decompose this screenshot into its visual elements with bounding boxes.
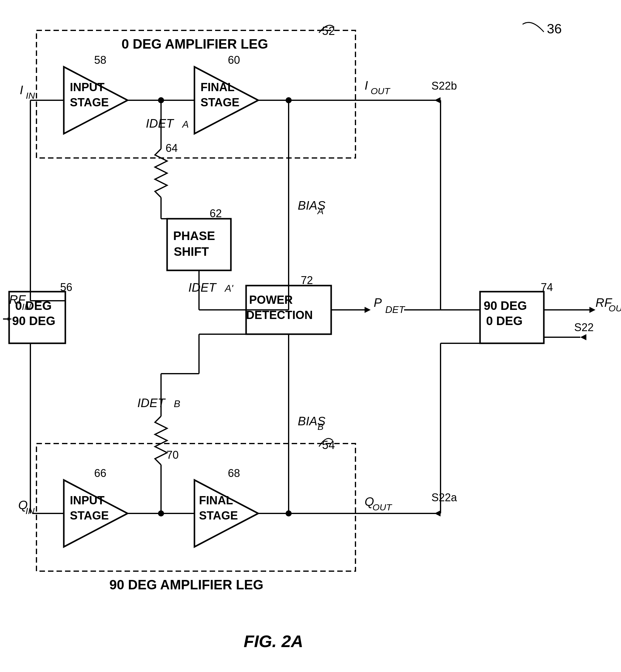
ref-58: 58 [94, 54, 106, 66]
ref-36: 36 [547, 21, 562, 36]
idet-b-label: IDET [137, 396, 166, 410]
splitter-label2: 90 DEG [12, 314, 55, 328]
circuit-svg: 0 DEG AMPLIFIER LEG 52 90 DEG AMPLIFIER … [0, 0, 621, 672]
s22-label: S22 [574, 321, 594, 334]
input-stage-bot-label1: INPUT [70, 494, 105, 507]
idet-a-prime-label: IDET [189, 281, 217, 294]
ref-56: 56 [60, 281, 72, 293]
phase-shift-label1: PHASE [173, 229, 215, 243]
ref-66: 66 [94, 467, 106, 479]
fig-label: FIG. 2A [244, 632, 303, 651]
final-stage-top-label2: STAGE [201, 96, 239, 109]
idet-b-subscript: B [174, 398, 180, 409]
final-stage-bot-label2: STAGE [199, 509, 238, 522]
final-stage-top-label1: FINAL [201, 81, 235, 93]
i-out-subscript: OUT [371, 86, 391, 96]
power-det-label1: POWER [249, 293, 293, 306]
ref-68: 68 [228, 467, 240, 479]
ref-64: 64 [166, 142, 178, 154]
q-out-subscript: OUT [372, 502, 392, 512]
final-stage-bot-label1: FINAL [199, 494, 233, 507]
idet-a-label: IDET [146, 117, 174, 130]
top-box-label: 0 DEG AMPLIFIER LEG [122, 36, 268, 51]
dot-bias-a-top [286, 97, 292, 103]
bias-b-subscript: B [318, 422, 324, 432]
dot-bias-b-bot [286, 510, 292, 516]
ref-72: 72 [301, 274, 313, 287]
p-det-label: P [374, 296, 382, 309]
circuit-diagram: 0 DEG AMPLIFIER LEG 52 90 DEG AMPLIFIER … [0, 0, 621, 672]
ref-70: 70 [166, 449, 179, 461]
input-stage-bot-label2: STAGE [70, 509, 109, 522]
bias-a-subscript: A [317, 206, 324, 216]
power-det-label2: DETECTION [246, 309, 313, 322]
idet-a-subscript: A [182, 119, 189, 130]
i-in-subscript: IN [26, 90, 35, 100]
phase-shift-box [167, 219, 231, 270]
ref-74: 74 [541, 281, 553, 293]
input-stage-top-label2: STAGE [70, 96, 109, 109]
rf-in-subscript: IN [22, 302, 31, 312]
i-in-label: I [20, 83, 23, 97]
s22a-label: S22a [431, 491, 457, 504]
bottom-box-label: 90 DEG AMPLIFIER LEG [109, 577, 263, 592]
phase-shift-label2: SHIFT [174, 245, 209, 258]
combiner-label1: 90 DEG [484, 299, 527, 312]
rf-out-subscript: OUT [609, 303, 621, 313]
input-stage-top-label1: INPUT [70, 81, 105, 93]
combiner-label2: 0 DEG [486, 314, 523, 328]
s22b-label: S22b [431, 80, 457, 92]
p-det-subscript: DET [385, 304, 405, 315]
ref-60: 60 [228, 54, 240, 66]
ref-62: 62 [210, 207, 222, 220]
i-out-label: I [365, 79, 368, 92]
idet-a-prime-subscript: A' [224, 283, 234, 294]
